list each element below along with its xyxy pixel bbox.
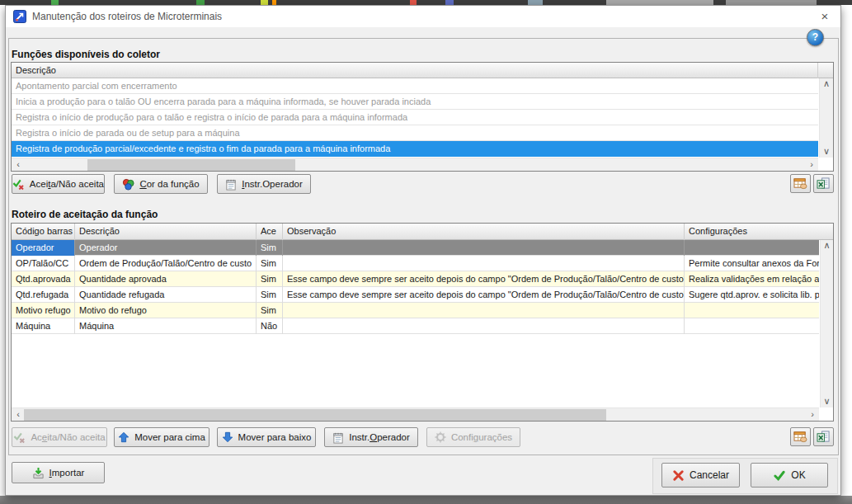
column-header-codigo-barras[interactable]: Código barras bbox=[12, 224, 75, 240]
button-label: Mover para baixo bbox=[238, 432, 312, 442]
operator-instructions-button-2[interactable]: Instr.Operador bbox=[324, 427, 418, 447]
cell-settings bbox=[685, 240, 819, 256]
column-header-descricao[interactable]: Descrição bbox=[75, 224, 257, 240]
accept-toggle-button[interactable]: Aceita/Não aceita bbox=[12, 174, 105, 194]
cell-accept: Não bbox=[257, 318, 283, 334]
cell-barcode: Motivo refugo bbox=[12, 303, 75, 318]
scroll-right-icon[interactable]: › bbox=[805, 158, 818, 171]
button-label: Mover para cima bbox=[134, 432, 205, 442]
cell-settings: Permite consultar anexos da Form bbox=[685, 256, 819, 271]
scrollbar-thumb[interactable] bbox=[24, 409, 606, 421]
cell-barcode: Máquina bbox=[12, 318, 75, 334]
button-label: Cor da função bbox=[139, 179, 199, 189]
list-vertical-scrollbar[interactable]: ∧ ∨ bbox=[819, 78, 833, 158]
button-label: Aceita/Não aceita bbox=[30, 179, 104, 189]
list-item[interactable]: Registra o início de parada ou de setup … bbox=[12, 125, 818, 141]
notepad-icon bbox=[332, 431, 344, 444]
check-x-icon bbox=[12, 178, 25, 191]
column-header-descricao[interactable]: Descrição bbox=[12, 63, 818, 78]
list-item[interactable]: Apontamento parcial com encerramento bbox=[12, 78, 818, 94]
table-row[interactable]: Motivo refugo Motivo do refugo Sim bbox=[12, 303, 819, 318]
section-title-acceptance-route: Roteiro de aceitação da função bbox=[12, 209, 158, 220]
settings-button-disabled[interactable]: Configurações bbox=[426, 427, 520, 447]
cell-note bbox=[283, 256, 685, 271]
scroll-down-icon[interactable]: ∨ bbox=[820, 146, 833, 158]
arrow-down-icon bbox=[222, 431, 233, 443]
scroll-up-icon[interactable]: ∧ bbox=[821, 240, 833, 252]
excel-icon bbox=[817, 177, 831, 190]
cell-accept: Sim bbox=[257, 240, 283, 256]
button-label: Importar bbox=[49, 468, 85, 478]
grid-hand-icon bbox=[793, 177, 807, 190]
cell-description: Operador bbox=[75, 240, 257, 256]
cell-barcode: OP/Talão/CC bbox=[12, 256, 75, 271]
acceptance-route-table: Código barras Descrição Ace Observação C… bbox=[11, 223, 834, 422]
accept-toggle-button-disabled[interactable]: Aceita/Não aceita bbox=[12, 427, 107, 447]
available-functions-list: Descrição Apontamento parcial com encerr… bbox=[11, 62, 834, 172]
cell-accept: Sim bbox=[257, 256, 283, 271]
scroll-left-icon[interactable]: ‹ bbox=[12, 408, 25, 421]
list-horizontal-scrollbar[interactable]: ‹ › bbox=[12, 158, 818, 171]
button-label: Instr.Operador bbox=[242, 179, 303, 189]
cell-accept: Sim bbox=[257, 303, 283, 318]
list-item[interactable]: Registra o início de produção para o tal… bbox=[12, 110, 818, 125]
list-item[interactable]: Inicia a produção para o talão OU encerr… bbox=[12, 94, 818, 110]
app-icon bbox=[13, 10, 26, 23]
cell-barcode: Qtd.refugada bbox=[12, 287, 75, 303]
move-down-button[interactable]: Mover para baixo bbox=[217, 427, 316, 447]
export-grid-button[interactable] bbox=[790, 174, 811, 193]
cell-note: Esse campo deve sempre ser aceito depois… bbox=[283, 271, 685, 287]
check-x-icon bbox=[13, 431, 26, 444]
cell-description: Motivo do refugo bbox=[75, 303, 257, 318]
section-title-available-functions: Funções disponíveis do coletor bbox=[12, 49, 160, 60]
list-item-selected[interactable]: Registra de produção parcial/excedente e… bbox=[12, 141, 818, 157]
button-label: Configurações bbox=[451, 432, 512, 442]
cell-settings bbox=[685, 303, 819, 318]
ok-check-icon bbox=[773, 469, 786, 482]
export-grid-button-2[interactable] bbox=[790, 427, 811, 446]
cell-description: Máquina bbox=[75, 318, 257, 334]
export-excel-button[interactable] bbox=[813, 174, 834, 193]
scroll-right-icon[interactable]: › bbox=[806, 408, 819, 421]
scroll-left-icon[interactable]: ‹ bbox=[12, 158, 25, 171]
excel-icon bbox=[817, 431, 831, 443]
column-header-ace[interactable]: Ace bbox=[257, 224, 283, 240]
screenshot-stage: Manutenção dos roteiros de Microterminai… bbox=[0, 0, 852, 504]
cancel-x-icon bbox=[672, 469, 685, 482]
table-row[interactable]: Qtd.refugada Quantidade refugada Sim Ess… bbox=[12, 287, 819, 303]
column-header-observacao[interactable]: Observação bbox=[283, 224, 685, 240]
table-horizontal-scrollbar[interactable]: ‹ › bbox=[12, 407, 819, 421]
table-row[interactable]: Qtd.aprovada Quantidade aprovada Sim Ess… bbox=[12, 271, 819, 287]
export-excel-button-2[interactable] bbox=[813, 427, 834, 446]
notepad-icon bbox=[225, 178, 237, 191]
table-row[interactable]: Máquina Máquina Não bbox=[12, 318, 819, 334]
function-color-button[interactable]: Cor da função bbox=[114, 174, 208, 194]
dialog-window: Manutenção dos roteiros de Microterminai… bbox=[5, 5, 841, 496]
scroll-down-icon[interactable]: ∨ bbox=[821, 396, 833, 407]
list-header[interactable]: Descrição bbox=[12, 63, 833, 78]
ok-button[interactable]: OK bbox=[751, 463, 828, 488]
gear-icon bbox=[435, 431, 446, 443]
import-button[interactable]: Importar bbox=[12, 462, 105, 483]
table-row-selected[interactable]: Operador Operador Sim bbox=[12, 240, 819, 256]
cell-note bbox=[283, 318, 685, 334]
operator-instructions-button[interactable]: Instr.Operador bbox=[217, 174, 311, 194]
button-label: Cancelar bbox=[690, 469, 729, 481]
cancel-button[interactable]: Cancelar bbox=[661, 463, 740, 488]
cell-description: Ordem de Produção/Talão/Centro de custo bbox=[75, 256, 257, 271]
cell-note bbox=[283, 303, 685, 318]
scrollbar-thumb[interactable] bbox=[87, 159, 295, 171]
dialog-shadow bbox=[0, 496, 852, 504]
table-vertical-scrollbar[interactable]: ∧ ∨ bbox=[820, 240, 833, 407]
table-header: Código barras Descrição Ace Observação C… bbox=[12, 224, 833, 240]
help-icon[interactable]: ? bbox=[807, 29, 824, 46]
cell-barcode: Operador bbox=[12, 240, 75, 256]
close-icon[interactable]: × bbox=[812, 6, 837, 27]
color-circles-icon bbox=[122, 178, 134, 191]
scroll-up-icon[interactable]: ∧ bbox=[820, 78, 833, 90]
title-bar[interactable]: Manutenção dos roteiros de Microterminai… bbox=[6, 6, 840, 27]
column-header-configuracoes[interactable]: Configurações bbox=[685, 224, 833, 240]
move-up-button[interactable]: Mover para cima bbox=[114, 427, 209, 447]
table-row[interactable]: OP/Talão/CC Ordem de Produção/Talão/Cent… bbox=[12, 256, 819, 271]
cell-description: Quantidade refugada bbox=[75, 287, 257, 303]
